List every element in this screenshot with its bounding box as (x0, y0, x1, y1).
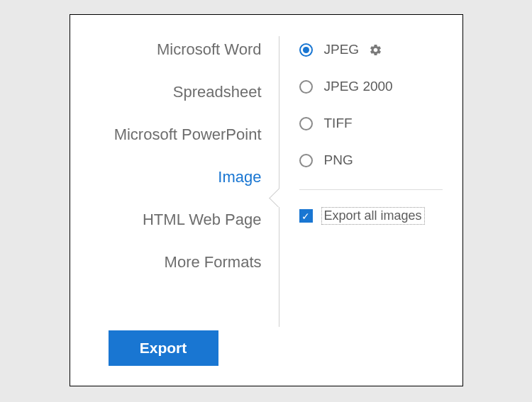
format-item-html[interactable]: HTML Web Page (143, 211, 262, 229)
radio-icon (299, 43, 313, 57)
radio-jpeg2000[interactable]: JPEG 2000 (299, 79, 443, 94)
radio-label: JPEG (324, 42, 360, 57)
format-list: Microsoft Word Spreadsheet Microsoft Pow… (70, 36, 279, 327)
format-item-spreadsheet[interactable]: Spreadsheet (173, 83, 262, 101)
radio-tiff[interactable]: TIFF (299, 116, 443, 131)
export-all-checkbox[interactable]: ✓ Export all images (299, 207, 443, 225)
image-options-panel: JPEG JPEG 2000 TIFF PNG (279, 36, 462, 327)
format-item-image[interactable]: Image (218, 168, 261, 186)
radio-icon (299, 154, 313, 167)
radio-png[interactable]: PNG (299, 152, 443, 168)
format-item-word[interactable]: Microsoft Word (157, 40, 262, 59)
columns: Microsoft Word Spreadsheet Microsoft Pow… (70, 36, 462, 327)
export-button[interactable]: Export (109, 330, 218, 366)
radio-jpeg[interactable]: JPEG (299, 42, 443, 57)
checkbox-label: Export all images (321, 207, 425, 225)
radio-icon (299, 80, 313, 94)
radio-label: JPEG 2000 (324, 79, 393, 94)
checkmark-icon: ✓ (301, 211, 310, 221)
export-dialog: Microsoft Word Spreadsheet Microsoft Pow… (70, 14, 463, 386)
format-item-more[interactable]: More Formats (165, 253, 262, 272)
radio-icon (299, 117, 313, 130)
gear-icon[interactable] (369, 43, 382, 57)
radio-label: TIFF (324, 116, 353, 131)
divider (299, 189, 443, 190)
selection-notch (268, 189, 279, 207)
checkbox-icon: ✓ (299, 209, 313, 223)
radio-label: PNG (324, 152, 353, 168)
format-item-powerpoint[interactable]: Microsoft PowerPoint (114, 125, 262, 144)
